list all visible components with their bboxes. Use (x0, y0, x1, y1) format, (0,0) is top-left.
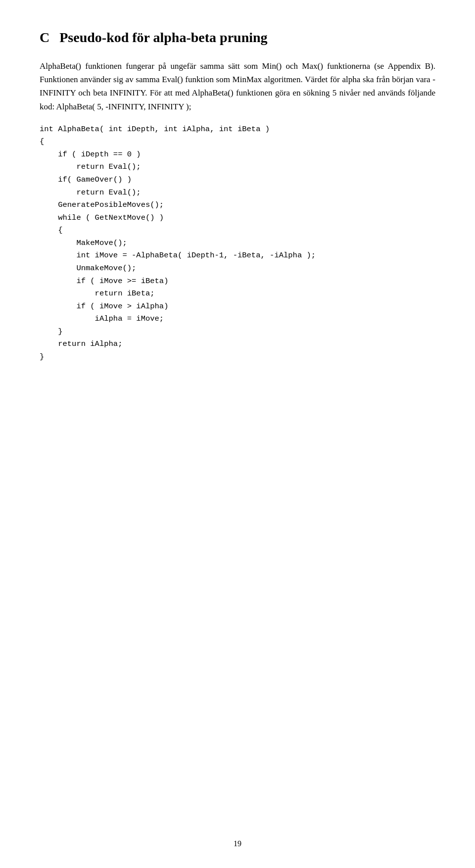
code-block: int AlphaBeta( int iDepth, int iAlpha, i… (40, 123, 435, 364)
section-heading: C Pseudo-kod för alpha-beta pruning (40, 30, 435, 46)
section-letter: C (40, 30, 49, 46)
page-number: 19 (234, 839, 241, 848)
body-paragraph: AlphaBeta() funktionen fungerar på ungef… (40, 59, 435, 113)
section-title: Pseudo-kod för alpha-beta pruning (59, 30, 267, 46)
page: C Pseudo-kod för alpha-beta pruning Alph… (0, 0, 475, 868)
